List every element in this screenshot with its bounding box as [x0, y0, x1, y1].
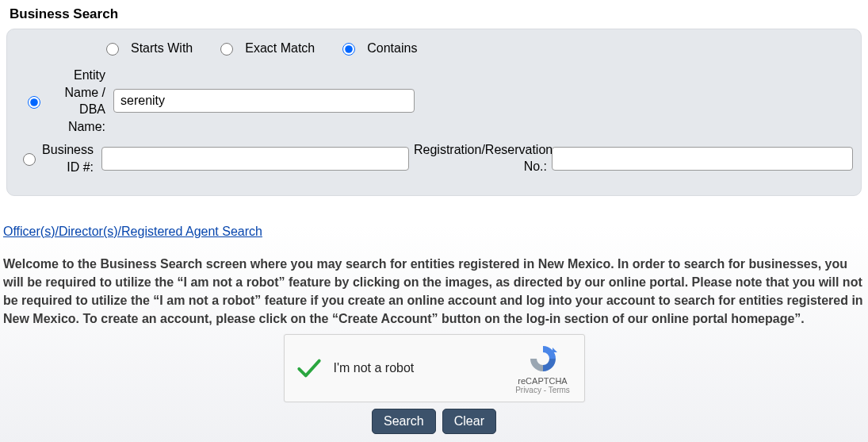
page-title: Business Search: [0, 0, 868, 29]
match-exact-radio[interactable]: [220, 43, 233, 56]
recaptcha-widget[interactable]: I'm not a robot reCAPTCHA Privacy - Term…: [284, 334, 585, 402]
business-id-input[interactable]: [101, 147, 409, 171]
search-by-business-id-radio[interactable]: [23, 153, 36, 166]
match-contains-label: Contains: [367, 41, 417, 56]
business-id-label: Business ID #:: [42, 141, 98, 175]
match-type-row: Starts With Exact Match Contains: [15, 39, 853, 63]
business-id-row: Business ID #: Registration/Reservation …: [15, 138, 853, 179]
recaptcha-logo-icon: [527, 343, 559, 375]
recaptcha-terms[interactable]: Privacy - Terms: [515, 386, 570, 394]
svg-marker-0: [553, 348, 557, 352]
search-by-entity-radio[interactable]: [28, 96, 40, 109]
search-button[interactable]: Search: [372, 409, 436, 434]
action-buttons-row: Search Clear: [3, 409, 865, 439]
recaptcha-label: I'm not a robot: [324, 361, 511, 375]
recaptcha-brand: reCAPTCHA: [518, 376, 567, 386]
match-exact-label: Exact Match: [245, 41, 315, 56]
match-starts-with-radio[interactable]: [106, 43, 119, 56]
entity-name-row: Entity Name / DBA Name:: [15, 63, 853, 138]
welcome-text: Welcome to the Business Search screen wh…: [3, 255, 865, 329]
registration-no-label: Registration/Reservation No.:: [409, 142, 552, 175]
match-starts-with-label: Starts With: [131, 41, 193, 56]
search-panel: Starts With Exact Match Contains Entity …: [6, 29, 862, 196]
entity-name-input[interactable]: [113, 89, 415, 113]
checkmark-icon: [294, 353, 324, 383]
match-contains-radio[interactable]: [342, 43, 355, 56]
officer-director-agent-link[interactable]: Officer(s)/Director(s)/Registered Agent …: [3, 225, 865, 239]
clear-button[interactable]: Clear: [442, 409, 496, 434]
registration-no-input[interactable]: [552, 147, 853, 171]
entity-name-label: Entity Name / DBA Name:: [51, 67, 110, 135]
